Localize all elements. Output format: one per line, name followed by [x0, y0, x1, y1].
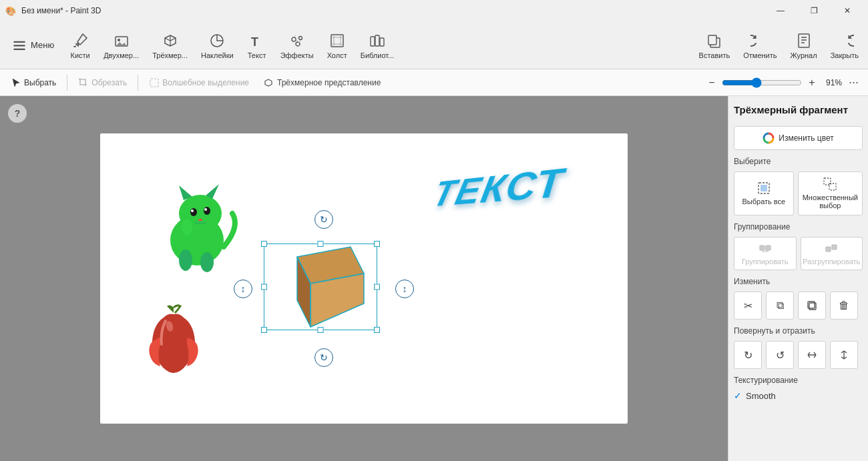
group-section-label: Группирование: [734, 222, 863, 232]
group-label: Группировать: [742, 258, 789, 266]
zoom-in-button[interactable]: +: [805, 75, 819, 90]
separator: [67, 75, 67, 91]
box-svg: [257, 230, 391, 347]
sticker-icon: [208, 31, 226, 50]
menu-icon: [12, 38, 27, 53]
help-button[interactable]: ?: [8, 104, 27, 123]
select-section: Выберите Выбрать все Множественный выбор: [734, 157, 863, 215]
menu-button[interactable]: Меню: [3, 21, 63, 69]
3d-icon: [161, 31, 180, 50]
text-label: Текст: [248, 51, 266, 59]
redo-label: Закрыть: [831, 51, 859, 59]
close-button[interactable]: ✕: [832, 0, 863, 21]
zoom-value: 91%: [822, 78, 842, 87]
zoom-slider[interactable]: [722, 77, 802, 88]
rotate-left[interactable]: ↕: [234, 280, 252, 298]
change-row: ✂ ⧉ 🗑: [734, 292, 863, 320]
svg-point-23: [191, 209, 194, 212]
ribbon-right: Вставить Отменить Журнал Закрыть: [692, 21, 865, 69]
3d-view-label: Трёхмерное представление: [277, 78, 381, 87]
3d-text-object[interactable]: ТЕКСТ: [429, 159, 566, 215]
rotate-section-label: Повернуть и отразить: [734, 326, 863, 336]
canvas[interactable]: ТЕКСТ: [100, 133, 628, 424]
ribbon-undo[interactable]: Отменить: [736, 21, 783, 69]
library-icon: [368, 31, 387, 50]
effects-label: Эффекты: [280, 51, 314, 59]
select-label: Выбрать: [24, 78, 56, 87]
svg-rect-39: [761, 185, 767, 191]
minimize-button[interactable]: —: [765, 0, 796, 21]
ribbon-redo[interactable]: Закрыть: [824, 21, 865, 69]
paste-icon: [705, 31, 724, 50]
smooth-label: Smooth: [746, 391, 776, 401]
flip-h-button[interactable]: [830, 341, 858, 369]
3d-view-toggle[interactable]: Трёхмерное представление: [264, 78, 381, 87]
rotate-bottom[interactable]: ↻: [314, 348, 333, 367]
zoom-out-button[interactable]: −: [704, 75, 719, 90]
ribbon-text[interactable]: T Текст: [240, 21, 274, 69]
ungroup-label: Разгруппировать: [803, 258, 860, 266]
svg-point-22: [190, 208, 197, 216]
journal-icon: [795, 31, 813, 50]
ungroup-button[interactable]: Разгруппировать: [801, 237, 863, 270]
select-all-icon: [757, 181, 771, 195]
change-section-label: Изменить: [734, 277, 863, 286]
crop-button[interactable]: Обрезать: [73, 75, 132, 91]
library-label: Библиот...: [361, 51, 395, 59]
ribbon-paste[interactable]: Вставить: [692, 21, 737, 69]
pepper-object[interactable]: [140, 301, 207, 384]
delete-button[interactable]: 🗑: [830, 292, 858, 320]
svg-rect-12: [375, 35, 379, 46]
ungroup-icon: [825, 242, 838, 255]
color-wheel-icon: [763, 132, 775, 144]
undo-label: Отменить: [743, 51, 777, 59]
rotate-row: ↻ ↺: [734, 341, 863, 369]
3d-label: Трёхмер...: [152, 51, 188, 59]
selected-box-object[interactable]: ↻ ↻ ↕ ↕: [257, 230, 391, 347]
magic-select-button[interactable]: Волшебное выделение: [144, 75, 254, 91]
select-all-label: Выбрать все: [742, 197, 786, 205]
texture-section-label: Текстурирование: [734, 376, 863, 385]
restore-button[interactable]: ❐: [799, 0, 829, 21]
rotate-ccw-button[interactable]: ↺: [766, 341, 794, 369]
rotate-top[interactable]: ↻: [314, 210, 333, 229]
multi-select-button[interactable]: Множественный выбор: [798, 171, 863, 215]
duplicate-button[interactable]: [798, 292, 826, 320]
copy-button[interactable]: ⧉: [766, 292, 794, 320]
brush-label: Кисти: [71, 51, 90, 59]
change-color-button[interactable]: Изменить цвет: [734, 126, 863, 150]
svg-rect-11: [371, 37, 375, 46]
canvas-icon: [328, 31, 347, 50]
ribbon-sticker[interactable]: Наклейки: [194, 21, 240, 69]
canvas-area[interactable]: ? ТЕКСТ: [0, 96, 728, 461]
rotate-cw-button[interactable]: ↻: [734, 341, 762, 369]
ribbon-effects[interactable]: Эффекты: [274, 21, 320, 69]
2d-icon: [112, 31, 131, 50]
select-all-button[interactable]: Выбрать все: [734, 171, 794, 215]
group-button[interactable]: Группировать: [734, 237, 797, 270]
svg-point-7: [292, 37, 296, 41]
right-panel: Трёхмерный фрагмент Изменить цвет Выбери…: [728, 96, 868, 461]
smooth-option[interactable]: ✓ Smooth: [734, 390, 863, 401]
zoom-area: − + 91% ···: [704, 74, 863, 91]
cat-object[interactable]: [154, 173, 240, 276]
ribbon-2d[interactable]: Двухмер...: [97, 21, 146, 69]
smooth-check-icon: ✓: [734, 390, 742, 401]
zoom-more-button[interactable]: ···: [845, 74, 863, 91]
ribbon-journal[interactable]: Журнал: [783, 21, 823, 69]
flip-v-button[interactable]: [798, 341, 826, 369]
svg-point-28: [200, 252, 214, 272]
svg-rect-15: [708, 35, 716, 45]
ribbon-library[interactable]: Библиот...: [354, 21, 401, 69]
main-area: ? ТЕКСТ: [0, 96, 868, 461]
app-logo-icon: 🎨: [5, 6, 16, 16]
panel-title: Трёхмерный фрагмент: [734, 104, 863, 115]
svg-point-24: [204, 207, 210, 215]
rotate-right[interactable]: ↕: [395, 280, 414, 298]
ribbon-canvas[interactable]: Холст: [320, 21, 354, 69]
select-tool-button[interactable]: Выбрать: [5, 75, 61, 91]
ribbon-3d[interactable]: Трёхмер...: [146, 21, 194, 69]
cut-button[interactable]: ✂: [734, 292, 762, 320]
ribbon-brush[interactable]: Кисти: [63, 21, 97, 69]
title-bar-controls: — ❐ ✕: [765, 0, 863, 21]
